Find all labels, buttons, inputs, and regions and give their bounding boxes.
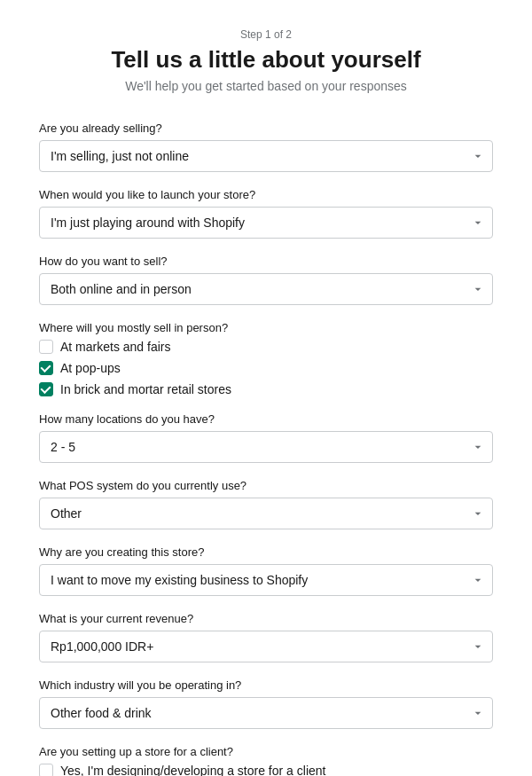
label-pos-system: What POS system do you currently use?: [39, 479, 493, 492]
checkbox-popups[interactable]: At pop-ups: [39, 361, 493, 375]
question-why-creating: Why are you creating this store? I want …: [39, 545, 493, 596]
label-industry: Which industry will you be operating in?: [39, 678, 493, 692]
label-already-selling: Are you already selling?: [39, 121, 493, 135]
select-already-selling[interactable]: I'm selling, just not online I'm not sel…: [39, 140, 493, 172]
question-where-sell: Where will you mostly sell in person? At…: [39, 321, 493, 396]
checkbox-popups-label: At pop-ups: [60, 361, 121, 375]
page-title: Tell us a little about yourself: [35, 46, 497, 74]
select-why-creating[interactable]: I want to move my existing business to S…: [39, 564, 493, 596]
question-industry: Which industry will you be operating in?…: [39, 678, 493, 729]
select-revenue[interactable]: Rp1,000,000 IDR+ Rp0 - Rp100,000 IDR Rp1…: [39, 631, 493, 662]
checkbox-client[interactable]: Yes, I'm designing/developing a store fo…: [39, 764, 493, 776]
question-pos-system: What POS system do you currently use? Ot…: [39, 479, 493, 529]
question-how-sell: How do you want to sell? Both online and…: [39, 255, 493, 305]
checkbox-markets-fairs[interactable]: At markets and fairs: [39, 340, 493, 354]
select-how-sell[interactable]: Both online and in person Online only In…: [39, 273, 493, 305]
step-label: Step 1 of 2: [35, 28, 497, 41]
checkbox-markets-fairs-input[interactable]: [39, 340, 53, 354]
label-client-store: Are you setting up a store for a client?: [39, 745, 493, 758]
question-launch-store: When would you like to launch your store…: [39, 188, 493, 239]
question-locations: How many locations do you have? 1 2 - 5 …: [39, 412, 493, 463]
select-launch-store[interactable]: I'm just playing around with Shopify Wit…: [39, 207, 493, 239]
label-revenue: What is your current revenue?: [39, 612, 493, 625]
label-how-sell: How do you want to sell?: [39, 255, 493, 268]
question-revenue: What is your current revenue? Rp1,000,00…: [39, 612, 493, 662]
select-industry[interactable]: Other food & drink Apparel & accessories…: [39, 697, 493, 729]
checkbox-popups-input[interactable]: [39, 361, 53, 375]
question-client-store: Are you setting up a store for a client?…: [39, 745, 493, 776]
label-locations: How many locations do you have?: [39, 412, 493, 426]
checkbox-brick-mortar-label: In brick and mortar retail stores: [60, 382, 231, 396]
select-locations[interactable]: 1 2 - 5 6 - 10 10+: [39, 431, 493, 463]
page-subtitle: We'll help you get started based on your…: [35, 79, 497, 93]
checkbox-client-input[interactable]: [39, 764, 53, 776]
question-already-selling: Are you already selling? I'm selling, ju…: [39, 121, 493, 172]
label-why-creating: Why are you creating this store?: [39, 545, 493, 559]
checkbox-markets-fairs-label: At markets and fairs: [60, 340, 171, 354]
checkbox-brick-mortar-input[interactable]: [39, 382, 53, 396]
label-where-sell: Where will you mostly sell in person?: [39, 321, 493, 334]
checkbox-client-label: Yes, I'm designing/developing a store fo…: [60, 764, 325, 776]
label-launch-store: When would you like to launch your store…: [39, 188, 493, 201]
select-pos-system[interactable]: Other Square Lightspeed Clover None: [39, 498, 493, 529]
checkbox-brick-mortar[interactable]: In brick and mortar retail stores: [39, 382, 493, 396]
